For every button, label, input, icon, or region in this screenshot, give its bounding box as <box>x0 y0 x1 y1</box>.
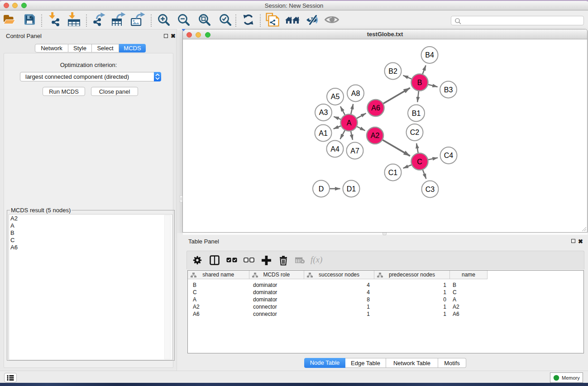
svg-text:C4: C4 <box>444 152 454 159</box>
svg-text:C3: C3 <box>425 186 435 193</box>
svg-text:A4: A4 <box>330 145 339 153</box>
svg-text:D1: D1 <box>347 185 356 193</box>
svg-text:A1: A1 <box>319 129 328 137</box>
svg-text:A2: A2 <box>371 132 380 139</box>
svg-text:D: D <box>319 185 324 193</box>
svg-text:B2: B2 <box>388 67 397 75</box>
svg-text:C: C <box>417 158 422 166</box>
svg-text:A5: A5 <box>331 93 340 100</box>
svg-text:B1: B1 <box>412 110 421 117</box>
svg-text:A3: A3 <box>319 109 328 116</box>
svg-text:f(x): f(x) <box>311 255 322 265</box>
svg-text:A: A <box>347 119 352 127</box>
svg-text:B3: B3 <box>444 86 453 94</box>
svg-text:A6: A6 <box>371 104 380 112</box>
svg-text:C2: C2 <box>410 129 420 136</box>
svg-text:A7: A7 <box>350 147 359 155</box>
svg-text:B4: B4 <box>425 51 434 59</box>
svg-text:B: B <box>417 79 422 86</box>
svg-text:C1: C1 <box>388 169 398 176</box>
svg-text:A8: A8 <box>351 90 360 97</box>
